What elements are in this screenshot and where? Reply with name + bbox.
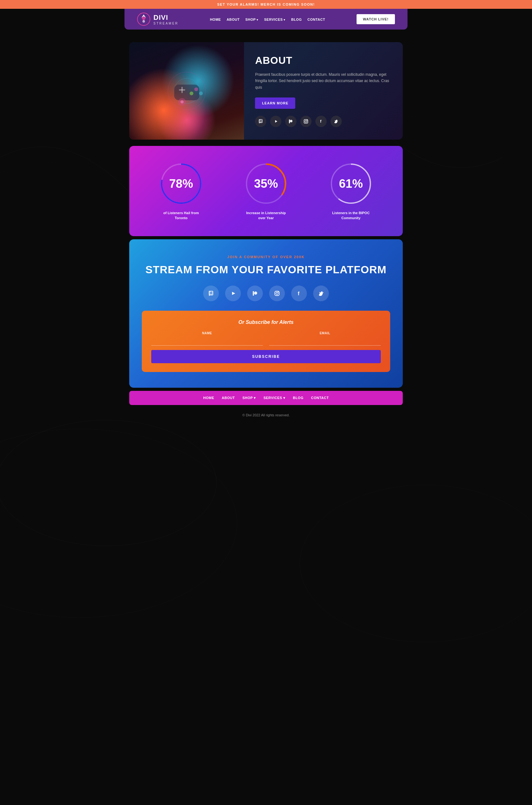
stat-label-3: Listeners in the BIPOC Community — [330, 211, 371, 221]
platform-instagram[interactable] — [269, 286, 285, 301]
gamepad-illustration — [155, 59, 218, 122]
email-label: EMAIL — [269, 331, 381, 335]
svg-point-11 — [199, 92, 203, 95]
svg-point-41 — [278, 291, 279, 292]
svg-point-40 — [276, 292, 278, 294]
about-image — [129, 42, 244, 140]
stat-item-1: 78% of Listeners Hail from Toronto — [159, 161, 203, 221]
about-description: Praesent faucibus posuere turpis et dict… — [255, 71, 392, 91]
svg-point-21 — [290, 120, 292, 122]
nav-home[interactable]: HOME — [210, 16, 221, 22]
nav-about[interactable]: ABOUT — [227, 16, 240, 22]
social-patreon[interactable] — [285, 116, 297, 127]
stat-number-2: 35% — [254, 177, 278, 191]
about-social-icons: f — [255, 116, 392, 127]
email-field-group: EMAIL — [269, 331, 381, 346]
stat-label-1: of Listeners Hail from Toronto — [161, 211, 202, 221]
footer-contact[interactable]: CONTACT — [311, 396, 328, 400]
svg-point-0 — [0, 420, 216, 546]
svg-rect-38 — [253, 291, 254, 295]
svg-rect-33 — [209, 291, 213, 295]
svg-rect-17 — [259, 119, 262, 123]
stream-section: JOIN A COMMUNITY OF OVER 200K STREAM FRO… — [129, 239, 403, 388]
svg-point-16 — [180, 100, 184, 103]
stats-section: 78% of Listeners Hail from Toronto 35% I… — [129, 146, 403, 236]
social-facebook[interactable]: f — [315, 116, 327, 127]
stat-item-3: 61% Listeners in the BIPOC Community — [329, 161, 373, 221]
svg-rect-9 — [174, 84, 200, 100]
platform-twitter[interactable] — [313, 286, 329, 301]
stat-number-3: 61% — [339, 177, 363, 191]
social-youtube[interactable] — [270, 116, 281, 127]
social-twitch[interactable] — [255, 116, 266, 127]
footer-nav: HOME ABOUT SHOP ▾ SERVICES ▾ BLOG CONTAC… — [129, 391, 403, 405]
svg-point-12 — [190, 92, 193, 95]
stat-circle-1: 78% — [159, 161, 203, 206]
stat-label-2: Increase in Listenership over Year — [246, 211, 286, 221]
logo-icon — [137, 13, 150, 26]
social-twitter[interactable] — [330, 116, 342, 127]
nav-blog[interactable]: BLOG — [291, 16, 302, 22]
about-image-inner — [129, 42, 244, 140]
nav-links: HOME ABOUT SHOP SERVICES BLOG CONTACT — [210, 16, 325, 22]
footer-shop[interactable]: SHOP ▾ — [242, 396, 256, 400]
logo-text: DIVI STREAMER — [153, 14, 178, 25]
svg-point-6 — [142, 20, 145, 23]
footer-blog[interactable]: BLOG — [293, 396, 303, 400]
nav-services[interactable]: SERVICES — [264, 16, 285, 22]
learn-more-button[interactable]: LEARN MORE — [255, 97, 295, 109]
logo-sub: STREAMER — [153, 22, 178, 25]
stat-number-1: 78% — [169, 177, 193, 191]
platform-youtube[interactable] — [225, 286, 241, 301]
platform-patreon[interactable] — [247, 286, 263, 301]
svg-rect-14 — [182, 87, 183, 93]
svg-text:f: f — [320, 119, 322, 123]
svg-point-2 — [300, 485, 532, 642]
subscribe-fields: NAME EMAIL — [151, 331, 381, 346]
nav-shop[interactable]: SHOP — [245, 16, 259, 22]
main-nav: HOME ABOUT SHOP SERVICES BLOG CONTACT — [210, 16, 325, 22]
footer: HOME ABOUT SHOP ▾ SERVICES ▾ BLOG CONTAC… — [125, 391, 407, 422]
header: DIVI STREAMER HOME ABOUT SHOP SERVICES B… — [125, 9, 407, 30]
svg-point-1 — [0, 429, 237, 618]
subscribe-title: Or Subscribe for Alerts — [151, 320, 381, 325]
subscribe-button[interactable]: SUBSCRIBE — [151, 350, 381, 363]
svg-rect-22 — [289, 119, 290, 123]
stat-circle-3: 61% — [329, 161, 373, 206]
banner-text: SET YOUR ALARMS! MERCH IS COMING SOON! — [217, 2, 315, 6]
stat-circle-2: 35% — [244, 161, 288, 206]
about-section: ABOUT Praesent faucibus posuere turpis e… — [129, 42, 403, 140]
platform-twitch[interactable] — [203, 286, 219, 301]
svg-point-37 — [254, 291, 257, 295]
platform-facebook[interactable]: f — [291, 286, 307, 301]
svg-point-24 — [305, 120, 307, 122]
footer-home[interactable]: HOME — [203, 396, 214, 400]
copyright: © Divi 2022 All rights reserved. — [125, 408, 407, 422]
svg-point-10 — [194, 88, 198, 91]
about-title: ABOUT — [255, 55, 392, 66]
stream-subtitle: JOIN A COMMUNITY OF OVER 200K — [142, 255, 390, 259]
social-instagram[interactable] — [300, 116, 311, 127]
subscribe-box: Or Subscribe for Alerts NAME EMAIL SUBSC… — [142, 311, 390, 372]
svg-text:f: f — [298, 291, 300, 296]
svg-point-25 — [307, 120, 307, 120]
stream-title: STREAM FROM YOUR FAVORITE PLATFORM — [142, 263, 390, 276]
about-content: ABOUT Praesent faucibus posuere turpis e… — [244, 42, 403, 140]
name-field-group: NAME — [151, 331, 263, 346]
name-input[interactable] — [151, 337, 263, 346]
footer-services[interactable]: SERVICES ▾ — [264, 396, 285, 400]
name-label: NAME — [151, 331, 263, 335]
logo-area: DIVI STREAMER — [137, 13, 178, 26]
stat-item-2: 35% Increase in Listenership over Year — [244, 161, 288, 221]
email-input[interactable] — [269, 337, 381, 346]
nav-contact[interactable]: CONTACT — [307, 16, 325, 22]
svg-marker-36 — [232, 292, 235, 295]
svg-marker-20 — [275, 120, 277, 123]
main-content: ABOUT Praesent faucibus posuere turpis e… — [125, 30, 407, 428]
stream-platform-icons: f — [142, 286, 390, 301]
top-banner: SET YOUR ALARMS! MERCH IS COMING SOON! — [0, 0, 532, 9]
logo-name: DIVI — [153, 14, 178, 22]
footer-about[interactable]: ABOUT — [222, 396, 235, 400]
watch-live-button[interactable]: WATCH LIVE! — [357, 14, 395, 24]
